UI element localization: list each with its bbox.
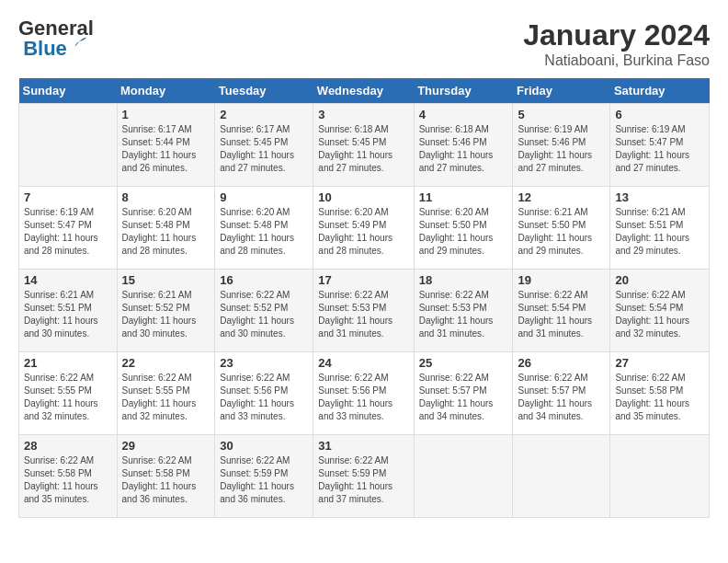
- day-info: Sunrise: 6:22 AM Sunset: 5:54 PM Dayligh…: [518, 289, 605, 340]
- day-info: Sunrise: 6:22 AM Sunset: 5:53 PM Dayligh…: [318, 289, 408, 340]
- calendar-cell: 21Sunrise: 6:22 AM Sunset: 5:55 PM Dayli…: [19, 352, 118, 435]
- day-number: 27: [615, 356, 704, 370]
- calendar-cell: 29Sunrise: 6:22 AM Sunset: 5:58 PM Dayli…: [117, 435, 215, 518]
- calendar-header-row: SundayMondayTuesdayWednesdayThursdayFrid…: [19, 78, 710, 104]
- calendar-cell: 1Sunrise: 6:17 AM Sunset: 5:44 PM Daylig…: [117, 104, 215, 187]
- day-number: 20: [615, 273, 704, 287]
- day-number: 22: [122, 356, 210, 370]
- day-number: 30: [220, 439, 308, 453]
- calendar-cell: 11Sunrise: 6:20 AM Sunset: 5:50 PM Dayli…: [414, 187, 513, 270]
- day-info: Sunrise: 6:19 AM Sunset: 5:46 PM Dayligh…: [518, 123, 605, 175]
- day-info: Sunrise: 6:18 AM Sunset: 5:45 PM Dayligh…: [318, 123, 408, 175]
- calendar-cell: 17Sunrise: 6:22 AM Sunset: 5:53 PM Dayli…: [313, 270, 414, 352]
- day-number: 5: [518, 108, 605, 121]
- day-info: Sunrise: 6:22 AM Sunset: 5:59 PM Dayligh…: [220, 454, 308, 506]
- calendar-cell: 30Sunrise: 6:22 AM Sunset: 5:59 PM Dayli…: [215, 435, 313, 518]
- day-of-week-header: Wednesday: [313, 78, 414, 104]
- day-info: Sunrise: 6:22 AM Sunset: 5:53 PM Dayligh…: [419, 289, 508, 340]
- logo-blue: Blue: [23, 39, 67, 59]
- day-number: 10: [318, 190, 408, 204]
- day-info: Sunrise: 6:21 AM Sunset: 5:52 PM Dayligh…: [122, 289, 210, 340]
- calendar-cell: 26Sunrise: 6:22 AM Sunset: 5:57 PM Dayli…: [513, 352, 610, 435]
- day-info: Sunrise: 6:22 AM Sunset: 5:57 PM Dayligh…: [518, 372, 605, 423]
- calendar-cell: 31Sunrise: 6:22 AM Sunset: 5:59 PM Dayli…: [313, 435, 414, 518]
- calendar-cell: 20Sunrise: 6:22 AM Sunset: 5:54 PM Dayli…: [610, 270, 710, 352]
- day-info: Sunrise: 6:20 AM Sunset: 5:48 PM Dayligh…: [220, 206, 308, 258]
- calendar-table: SundayMondayTuesdayWednesdayThursdayFrid…: [18, 78, 710, 518]
- day-info: Sunrise: 6:17 AM Sunset: 5:44 PM Dayligh…: [122, 123, 210, 175]
- calendar-cell: 3Sunrise: 6:18 AM Sunset: 5:45 PM Daylig…: [313, 104, 414, 187]
- day-number: 24: [318, 356, 408, 370]
- day-number: 29: [122, 439, 210, 453]
- day-number: 23: [220, 356, 308, 370]
- day-info: Sunrise: 6:22 AM Sunset: 5:54 PM Dayligh…: [615, 289, 704, 340]
- page-header: General Blue January 2024 Natiaboani, Bu…: [18, 18, 710, 69]
- calendar-cell: 4Sunrise: 6:18 AM Sunset: 5:46 PM Daylig…: [414, 104, 513, 187]
- day-info: Sunrise: 6:22 AM Sunset: 5:55 PM Dayligh…: [122, 372, 210, 423]
- location: Natiaboani, Burkina Faso: [523, 52, 710, 69]
- calendar-cell: [513, 435, 610, 518]
- day-number: 19: [518, 273, 605, 287]
- day-info: Sunrise: 6:21 AM Sunset: 5:51 PM Dayligh…: [615, 206, 704, 258]
- calendar-week-row: 21Sunrise: 6:22 AM Sunset: 5:55 PM Dayli…: [19, 352, 710, 435]
- calendar-cell: 19Sunrise: 6:22 AM Sunset: 5:54 PM Dayli…: [513, 270, 610, 352]
- calendar-cell: 7Sunrise: 6:19 AM Sunset: 5:47 PM Daylig…: [19, 187, 118, 270]
- calendar-cell: 8Sunrise: 6:20 AM Sunset: 5:48 PM Daylig…: [117, 187, 215, 270]
- day-number: 16: [220, 273, 308, 287]
- day-number: 21: [24, 356, 112, 370]
- day-info: Sunrise: 6:22 AM Sunset: 5:55 PM Dayligh…: [24, 372, 112, 423]
- day-number: 7: [24, 190, 112, 204]
- calendar-cell: 18Sunrise: 6:22 AM Sunset: 5:53 PM Dayli…: [414, 270, 513, 352]
- calendar-cell: 5Sunrise: 6:19 AM Sunset: 5:46 PM Daylig…: [513, 104, 610, 187]
- day-number: 8: [122, 190, 210, 204]
- day-number: 3: [318, 108, 408, 121]
- day-info: Sunrise: 6:22 AM Sunset: 5:57 PM Dayligh…: [419, 372, 508, 423]
- calendar-week-row: 28Sunrise: 6:22 AM Sunset: 5:58 PM Dayli…: [19, 435, 710, 518]
- day-number: 12: [518, 190, 605, 204]
- calendar-cell: 15Sunrise: 6:21 AM Sunset: 5:52 PM Dayli…: [117, 270, 215, 352]
- day-number: 18: [419, 273, 508, 287]
- calendar-cell: 16Sunrise: 6:22 AM Sunset: 5:52 PM Dayli…: [215, 270, 313, 352]
- logo-bird-icon: [69, 35, 89, 55]
- day-number: 25: [419, 356, 508, 370]
- day-number: 26: [518, 356, 605, 370]
- day-number: 15: [122, 273, 210, 287]
- day-number: 31: [318, 439, 408, 453]
- day-info: Sunrise: 6:22 AM Sunset: 5:56 PM Dayligh…: [220, 372, 308, 423]
- day-info: Sunrise: 6:21 AM Sunset: 5:50 PM Dayligh…: [518, 206, 605, 258]
- day-number: 6: [615, 108, 704, 121]
- calendar-cell: 24Sunrise: 6:22 AM Sunset: 5:56 PM Dayli…: [313, 352, 414, 435]
- calendar-cell: 22Sunrise: 6:22 AM Sunset: 5:55 PM Dayli…: [117, 352, 215, 435]
- day-info: Sunrise: 6:17 AM Sunset: 5:45 PM Dayligh…: [220, 123, 308, 175]
- day-number: 13: [615, 190, 704, 204]
- calendar-cell: [19, 104, 118, 187]
- day-number: 1: [122, 108, 210, 121]
- day-of-week-header: Monday: [117, 78, 215, 104]
- day-info: Sunrise: 6:22 AM Sunset: 5:58 PM Dayligh…: [24, 454, 112, 506]
- day-info: Sunrise: 6:22 AM Sunset: 5:58 PM Dayligh…: [615, 372, 704, 423]
- calendar-cell: 6Sunrise: 6:19 AM Sunset: 5:47 PM Daylig…: [610, 104, 710, 187]
- title-section: January 2024 Natiaboani, Burkina Faso: [523, 18, 710, 69]
- calendar-cell: [414, 435, 513, 518]
- day-of-week-header: Friday: [513, 78, 610, 104]
- calendar-cell: 13Sunrise: 6:21 AM Sunset: 5:51 PM Dayli…: [610, 187, 710, 270]
- day-number: 4: [419, 108, 508, 121]
- day-info: Sunrise: 6:21 AM Sunset: 5:51 PM Dayligh…: [24, 289, 112, 340]
- day-number: 14: [24, 273, 112, 287]
- calendar-cell: 23Sunrise: 6:22 AM Sunset: 5:56 PM Dayli…: [215, 352, 313, 435]
- calendar-cell: 10Sunrise: 6:20 AM Sunset: 5:49 PM Dayli…: [313, 187, 414, 270]
- calendar-cell: 27Sunrise: 6:22 AM Sunset: 5:58 PM Dayli…: [610, 352, 710, 435]
- calendar-cell: 2Sunrise: 6:17 AM Sunset: 5:45 PM Daylig…: [215, 104, 313, 187]
- day-info: Sunrise: 6:22 AM Sunset: 5:58 PM Dayligh…: [122, 454, 210, 506]
- day-info: Sunrise: 6:20 AM Sunset: 5:50 PM Dayligh…: [419, 206, 508, 258]
- calendar-cell: [610, 435, 710, 518]
- calendar-cell: 14Sunrise: 6:21 AM Sunset: 5:51 PM Dayli…: [19, 270, 118, 352]
- calendar-cell: 25Sunrise: 6:22 AM Sunset: 5:57 PM Dayli…: [414, 352, 513, 435]
- calendar-cell: 12Sunrise: 6:21 AM Sunset: 5:50 PM Dayli…: [513, 187, 610, 270]
- day-number: 28: [24, 439, 112, 453]
- day-of-week-header: Tuesday: [215, 78, 313, 104]
- calendar-cell: 28Sunrise: 6:22 AM Sunset: 5:58 PM Dayli…: [19, 435, 118, 518]
- day-info: Sunrise: 6:19 AM Sunset: 5:47 PM Dayligh…: [615, 123, 704, 175]
- calendar-week-row: 7Sunrise: 6:19 AM Sunset: 5:47 PM Daylig…: [19, 187, 710, 270]
- day-info: Sunrise: 6:22 AM Sunset: 5:59 PM Dayligh…: [318, 454, 408, 506]
